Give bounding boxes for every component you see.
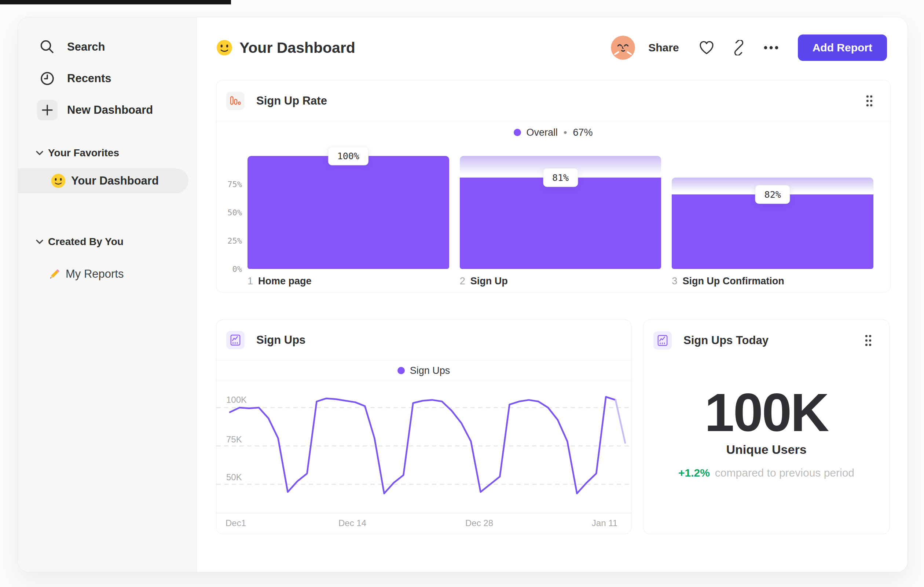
legend-dot — [398, 367, 405, 374]
funnel-bar-sign-up-confirmation[interactable]: 82% — [672, 156, 873, 269]
signups-card: Sign Ups Sign Ups 100K 75K 50K Dec1 Dec … — [216, 319, 631, 534]
line-x-tick: Dec 28 — [465, 518, 493, 528]
funnel-step-label: 1 Home page — [248, 276, 449, 287]
funnel-bar-fill — [460, 178, 662, 269]
funnel-tooltip: 82% — [755, 185, 790, 203]
card-title: Sign Ups Today — [683, 334, 769, 347]
chevron-down-icon — [33, 147, 46, 159]
stat-value: 100K — [644, 385, 889, 440]
step-name: Home page — [258, 276, 312, 287]
header-actions: Share Add Report — [611, 34, 887, 61]
funnel-bar-fill — [672, 194, 873, 269]
favorite-heart-icon[interactable] — [698, 39, 715, 56]
line-y-tick: 50K — [226, 472, 242, 483]
legend-series-name: Overall — [526, 127, 558, 138]
funnel-y-tick: 25% — [216, 236, 242, 245]
sidebar-item-label: Your Dashboard — [71, 174, 159, 187]
page-title-row: Your Dashboard — [216, 35, 355, 61]
funnel-y-tick: 75% — [216, 180, 242, 189]
funnel-bar-fill — [248, 156, 449, 269]
funnel-tooltip: 100% — [328, 147, 368, 165]
funnel-tooltip: 81% — [543, 168, 578, 187]
drag-handle-icon[interactable] — [863, 334, 873, 347]
page-title: Your Dashboard — [239, 39, 355, 56]
sidebar-item-recents[interactable]: Recents — [18, 63, 196, 94]
legend-series-value: 67% — [573, 127, 592, 138]
stat-delta-row: +1.2% compared to previous period — [644, 467, 889, 479]
line-chart-plot[interactable] — [216, 384, 632, 514]
slightly-smiling-face-emoji — [216, 39, 233, 56]
line-chart-icon — [226, 331, 244, 349]
sidebar-item-search[interactable]: Search — [18, 31, 196, 63]
main-content: Your Dashboard Share — [197, 17, 908, 572]
funnel-y-tick: 50% — [216, 208, 242, 217]
signup-rate-card-header: Sign Up Rate — [216, 80, 890, 121]
line-legend[interactable]: Sign Ups — [216, 360, 631, 381]
funnel-step-label: 3 Sign Up Confirmation — [672, 276, 873, 287]
user-avatar[interactable] — [611, 36, 635, 60]
plus-icon — [37, 100, 58, 120]
sidebar-section-your-favorites[interactable]: Your Favorites — [18, 143, 196, 163]
sidebar-item-new-dashboard[interactable]: New Dashboard — [18, 94, 196, 126]
line-x-tick: Dec 14 — [338, 518, 366, 528]
funnel-step-labels: 1 Home page 2 Sign Up 3 Sign Up Confirma… — [248, 276, 873, 287]
funnel-legend[interactable]: Overall • 67% — [216, 124, 890, 141]
line-x-tick: Jan 11 — [592, 518, 617, 528]
sidebar-item-label: My Reports — [66, 268, 124, 281]
funnel-y-tick: 0% — [216, 265, 242, 274]
add-report-button[interactable]: Add Report — [798, 35, 887, 61]
funnel-step-label: 2 Sign Up — [460, 276, 662, 287]
more-options-icon[interactable] — [763, 39, 780, 56]
screen-top-strip — [0, 0, 231, 4]
signups-today-card: Sign Ups Today 100K Unique Users +1.2% c… — [643, 319, 889, 534]
sidebar-item-label: Search — [67, 40, 105, 54]
line-chart-icon — [653, 331, 672, 350]
step-name: Sign Up Confirmation — [682, 276, 784, 287]
copy-link-icon[interactable] — [730, 39, 747, 56]
legend-series-name: Sign Ups — [410, 365, 450, 376]
card-title: Sign Up Rate — [256, 94, 327, 107]
pencil-emoji — [47, 267, 62, 281]
slightly-smiling-face-emoji — [51, 173, 66, 189]
sidebar: Search Recents New Dashboard — [18, 17, 197, 572]
share-button[interactable]: Share — [648, 41, 679, 54]
bar-chart-icon — [226, 92, 244, 110]
sidebar-section-created-by-you[interactable]: Created By You — [18, 231, 196, 252]
app-window: Search Recents New Dashboard — [18, 17, 908, 572]
legend-dot — [514, 129, 521, 136]
step-index: 2 — [460, 276, 465, 287]
funnel-plot: 100% 81% 82% — [248, 156, 873, 269]
stat-label: Unique Users — [644, 442, 889, 457]
legend-separator: • — [564, 127, 567, 138]
sidebar-item-label: New Dashboard — [67, 103, 153, 117]
signups-today-card-header: Sign Ups Today — [644, 320, 889, 361]
line-x-tick: Dec1 — [226, 518, 246, 528]
signup-rate-card: Sign Up Rate Overall • 67% 75% 50% 25% 0… — [216, 80, 891, 293]
step-index: 3 — [672, 276, 677, 287]
step-name: Sign Up — [470, 276, 508, 287]
line-y-tick: 100K — [226, 395, 247, 405]
clock-icon — [37, 68, 58, 89]
search-icon — [37, 37, 58, 57]
chevron-down-icon — [33, 236, 46, 248]
sidebar-item-your-dashboard[interactable]: Your Dashboard — [18, 169, 188, 193]
stat-comparison: compared to previous period — [715, 467, 854, 479]
sidebar-item-my-reports[interactable]: My Reports — [18, 262, 196, 286]
drag-handle-icon[interactable] — [865, 94, 874, 107]
signups-card-header: Sign Ups — [216, 320, 631, 360]
funnel-bar-home-page[interactable]: 100% — [248, 156, 449, 269]
sidebar-item-label: Recents — [67, 72, 111, 85]
sidebar-section-title: Created By You — [48, 236, 124, 248]
funnel-bar-sign-up[interactable]: 81% — [460, 156, 662, 269]
step-index: 1 — [248, 276, 253, 287]
dashboard-page: { "colors": { "accent_purple": "#8655FA"… — [0, 0, 924, 587]
card-title: Sign Ups — [256, 334, 305, 347]
sidebar-section-title: Your Favorites — [48, 147, 119, 159]
stat-delta: +1.2% — [678, 467, 710, 479]
line-y-tick: 75K — [226, 434, 242, 445]
